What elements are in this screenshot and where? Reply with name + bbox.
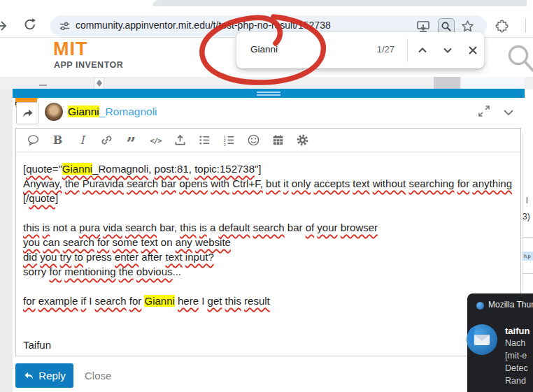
misspelled-word: is xyxy=(43,222,50,233)
misspelled-word: for xyxy=(50,266,62,277)
forward-icon[interactable] xyxy=(0,17,9,34)
misspelled-word: search xyxy=(127,177,158,189)
bold-icon[interactable]: B xyxy=(45,131,70,150)
date-icon[interactable] xyxy=(266,131,290,150)
editor-line: [/quote] xyxy=(23,191,513,205)
composer-editor: B I ” </> 123 [quote="Gianni_Romagnoli, … xyxy=(15,128,521,356)
share-reply-button[interactable] xyxy=(16,102,38,124)
emoji-icon[interactable] xyxy=(241,131,266,150)
author-name-rest: _Romagnoli xyxy=(99,106,157,117)
left-gutter xyxy=(0,89,13,392)
reply-arrow-icon xyxy=(23,370,34,382)
mini-scrollbar[interactable] xyxy=(94,77,104,89)
editor-content[interactable]: [quote="Gianni_Romagnoli, post:81, topic… xyxy=(23,161,513,352)
forum-search-icon[interactable] xyxy=(506,43,533,75)
misspelled-word: only xyxy=(292,177,311,189)
find-input[interactable]: Gianni xyxy=(250,44,348,55)
editor-text: press xyxy=(83,251,115,263)
misspelled-word: search xyxy=(95,295,127,307)
bulleted-list-icon[interactable] xyxy=(192,131,217,150)
misspelled-word: obvious xyxy=(136,266,173,277)
misspelled-word: for xyxy=(129,295,142,307)
reply-button[interactable]: Reply xyxy=(15,363,73,388)
extensions-puzzle-icon[interactable] xyxy=(495,19,509,34)
close-link[interactable]: Close xyxy=(85,370,111,382)
find-highlight: Gianni xyxy=(68,106,99,117)
find-next-icon[interactable] xyxy=(439,42,456,59)
site-settings-icon[interactable] xyxy=(59,20,71,32)
find-previous-icon[interactable] xyxy=(414,42,431,59)
scrollbar-thumb[interactable] xyxy=(434,77,460,89)
reload-icon[interactable] xyxy=(23,17,37,31)
misspelled-word: pura xyxy=(79,222,100,233)
code-icon[interactable]: </> xyxy=(143,131,168,150)
logo-subtitle[interactable]: APP INVENTOR xyxy=(54,60,123,70)
notification-line: Detec xyxy=(505,363,528,373)
find-bar: Gianni 1/27 xyxy=(236,32,484,68)
bookmark-star-icon[interactable] xyxy=(460,19,475,34)
notification-line: [mit-e xyxy=(505,351,527,361)
grip-line xyxy=(257,92,280,93)
misspelled-word: this xyxy=(225,295,241,307)
italic-icon[interactable]: I xyxy=(70,131,94,150)
comment-bubble-icon[interactable] xyxy=(21,131,45,150)
editor-text: quote xyxy=(26,163,52,175)
blockquote-icon[interactable]: ” xyxy=(119,127,143,154)
misspelled-word: get xyxy=(208,295,222,307)
misspelled-word: to xyxy=(74,251,83,263)
misspelled-word: text xyxy=(166,251,183,263)
thunderbird-small-icon xyxy=(476,302,484,310)
url-text[interactable]: community.appinventor.mit.edu/t/test-php… xyxy=(76,20,331,31)
editor-line xyxy=(23,308,513,323)
misspelled-word: the xyxy=(119,266,134,277)
numbered-list-icon[interactable]: 123 xyxy=(217,131,241,150)
editor-text: , xyxy=(189,163,194,175)
gear-icon[interactable] xyxy=(290,131,315,150)
editor-text: , xyxy=(148,163,154,175)
notification-sender: taifun xyxy=(505,326,530,336)
misspelled-word: bar xyxy=(161,177,176,189)
svg-text:3: 3 xyxy=(223,143,225,147)
editor-text: bar xyxy=(285,222,306,233)
misspelled-word: anything xyxy=(472,177,512,189)
misspelled-word: any xyxy=(176,236,192,248)
find-close-icon[interactable] xyxy=(464,42,481,59)
composer-drag-handle[interactable] xyxy=(13,89,525,98)
misspelled-word: your xyxy=(317,222,337,233)
misspelled-word: try xyxy=(60,251,72,263)
preview-divider xyxy=(523,273,533,274)
editor-text: _Romagnoli xyxy=(92,163,148,175)
expand-composer-icon[interactable] xyxy=(478,105,490,117)
misspelled-word: search xyxy=(253,222,285,233)
misspelled-word: if xyxy=(81,295,87,307)
editor-line xyxy=(23,323,513,337)
editor-text: =" xyxy=(52,163,62,175)
misspelled-word: this xyxy=(180,222,196,233)
avatar[interactable] xyxy=(45,103,63,121)
thunderbird-notification[interactable]: Mozilla Thunderbird taifun Nach [mit-e D… xyxy=(467,293,533,392)
editor-text: post:81 xyxy=(155,163,189,175)
preview-divider xyxy=(523,237,533,238)
reply-label: Reply xyxy=(38,370,65,382)
misspelled-word: opens xyxy=(179,177,208,189)
editor-text: ... xyxy=(172,266,181,277)
misspelled-word: Puravida xyxy=(83,177,124,189)
misspelled-word: accepts xyxy=(313,177,350,189)
post-author[interactable]: Gianni_Romagnoli xyxy=(68,106,157,118)
misspelled-word: enter xyxy=(115,251,138,263)
hyperlink-icon[interactable] xyxy=(94,131,119,150)
upload-icon[interactable] xyxy=(168,131,192,150)
envelope-flap xyxy=(474,335,490,341)
misspelled-word: did xyxy=(23,251,37,263)
misspelled-word: the xyxy=(65,177,80,189)
editor-line xyxy=(23,205,513,220)
misspelled-word: website xyxy=(195,236,231,248)
notification-app-name: Mozilla Thunderbird xyxy=(488,300,533,310)
notification-line: Rand xyxy=(505,376,526,386)
misspelled-word: this xyxy=(23,222,39,233)
logo-title[interactable]: MIT xyxy=(53,38,88,60)
editor-line: did you try to press enter after text in… xyxy=(23,249,513,264)
misspelled-word: you xyxy=(23,236,40,248)
misspelled-word: is xyxy=(199,222,207,233)
chevron-down-icon[interactable] xyxy=(502,106,515,119)
